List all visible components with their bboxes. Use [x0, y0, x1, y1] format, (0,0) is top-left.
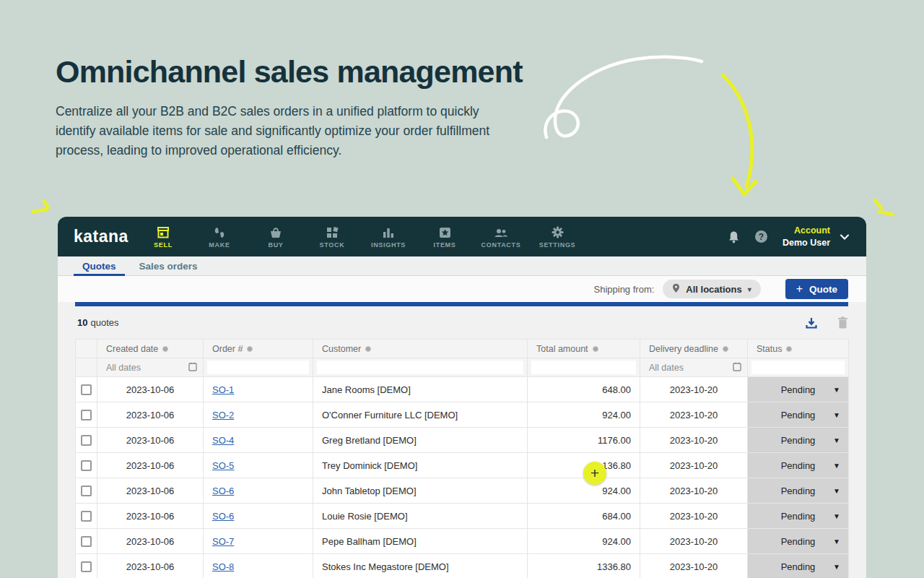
table-filter-row: All dates All dates: [76, 358, 849, 377]
col-delivery-deadline[interactable]: Delivery deadline: [640, 340, 748, 358]
storefront-icon: [157, 226, 170, 238]
squiggle-doodle: [545, 57, 702, 137]
status-dropdown[interactable]: Pending ▼: [748, 377, 848, 402]
quote-count-label: quotes: [90, 317, 118, 328]
total-amount-cell: 924.00: [528, 478, 640, 504]
order-number-link[interactable]: SO-4: [212, 435, 234, 446]
total-amount-cell: 1336.80: [528, 554, 640, 578]
notifications-bell-icon[interactable]: [728, 230, 740, 243]
status-filter-input[interactable]: [751, 361, 845, 374]
created-date-filter[interactable]: All dates: [97, 362, 203, 374]
col-total-amount[interactable]: Total amount: [528, 340, 640, 358]
table-row: 2023-10-06 SO-5 Trey Dominick [DEMO] 136…: [76, 453, 849, 478]
bar-chart-icon: [383, 226, 394, 238]
row-checkbox[interactable]: [81, 384, 92, 395]
trash-icon[interactable]: [837, 316, 848, 329]
col-customer[interactable]: Customer: [313, 340, 528, 358]
info-icon: [786, 346, 792, 352]
toolbar: Shipping from: All locations ▾ + Quote: [58, 276, 866, 302]
order-number-link[interactable]: SO-7: [212, 536, 234, 547]
account-menu[interactable]: Account Demo User: [783, 225, 830, 249]
caret-down-icon: ▼: [833, 436, 840, 444]
plus-icon: +: [796, 282, 803, 296]
created-date-cell: 2023-10-06: [97, 504, 204, 529]
table-row: 2023-10-06 SO-6 Louie Rosie [DEMO] 684.0…: [76, 504, 849, 529]
row-checkbox[interactable]: [81, 511, 92, 522]
caret-down-icon: ▼: [833, 462, 840, 470]
customer-cell: Jane Rooms [DEMO]: [313, 377, 528, 402]
col-status[interactable]: Status: [748, 340, 849, 358]
caret-down-icon: ▼: [833, 386, 840, 394]
customer-filter-input[interactable]: [317, 361, 523, 374]
customer-cell: Greg Bretland [DEMO]: [313, 428, 528, 453]
navbar-right: ? Account Demo User: [728, 225, 849, 249]
katana-logo: katana: [74, 227, 135, 246]
quotes-table: Created date Order # Customer Total amou…: [75, 339, 849, 578]
items-star-icon: [439, 226, 451, 238]
stock-icon: [326, 226, 339, 238]
tab-sales-orders[interactable]: Sales orders: [131, 256, 206, 275]
shipping-from-label: Shipping from:: [594, 284, 655, 295]
tab-quotes[interactable]: Quotes: [74, 256, 125, 275]
create-new-fab[interactable]: +: [583, 462, 606, 485]
nav-item-insights[interactable]: INSIGHTS: [360, 225, 417, 249]
order-number-link[interactable]: SO-6: [212, 486, 234, 496]
created-date-cell: 2023-10-06: [97, 554, 204, 578]
table-row: 2023-10-06 SO-7 Pepe Ballham [DEMO] 924.…: [76, 529, 849, 554]
order-number-link[interactable]: SO-6: [212, 511, 234, 522]
col-created-date[interactable]: Created date: [97, 340, 204, 358]
status-dropdown[interactable]: Pending ▼: [748, 453, 848, 478]
created-date-cell: 2023-10-06: [97, 529, 204, 554]
nav-item-items[interactable]: ITEMS: [417, 225, 473, 249]
table-row: 2023-10-06 SO-8 Stokes Inc Megastore [DE…: [76, 554, 849, 578]
chevron-down-icon[interactable]: [840, 231, 849, 242]
total-filter-input[interactable]: [531, 361, 636, 374]
col-order-number[interactable]: Order #: [204, 340, 313, 358]
info-icon: [365, 346, 371, 352]
row-checkbox[interactable]: [81, 410, 92, 420]
order-number-link[interactable]: SO-8: [212, 561, 234, 572]
status-dropdown[interactable]: Pending ▼: [748, 554, 848, 578]
status-dropdown[interactable]: Pending ▼: [748, 478, 848, 503]
nav-item-buy[interactable]: BUY: [248, 225, 304, 249]
order-number-link[interactable]: SO-5: [212, 460, 234, 471]
row-checkbox[interactable]: [81, 561, 92, 572]
order-number-link[interactable]: SO-1: [212, 384, 234, 395]
help-icon[interactable]: ?: [754, 230, 768, 243]
order-number-link[interactable]: SO-2: [212, 410, 234, 420]
nav-item-sell[interactable]: SELL: [135, 225, 191, 249]
row-checkbox[interactable]: [81, 435, 92, 446]
customer-cell: Trey Dominick [DEMO]: [313, 453, 528, 478]
nav-item-stock[interactable]: STOCK: [304, 225, 360, 249]
arrow-head: [733, 178, 756, 194]
status-dropdown[interactable]: Pending ▼: [748, 529, 848, 553]
new-quote-button[interactable]: + Quote: [785, 279, 848, 299]
contacts-icon: [494, 226, 508, 238]
location-selector[interactable]: All locations ▾: [663, 280, 760, 298]
nav-item-make[interactable]: MAKE: [191, 225, 248, 249]
total-amount-cell: 1176.00: [528, 428, 640, 453]
download-icon[interactable]: [805, 316, 818, 329]
table-row: 2023-10-06 SO-1 Jane Rooms [DEMO] 648.00…: [76, 377, 849, 402]
summary-row: 10 quotes: [58, 306, 866, 339]
caret-down-icon: ▾: [748, 285, 751, 293]
customer-cell: Stokes Inc Megastore [DEMO]: [313, 554, 528, 578]
order-filter-input[interactable]: [207, 361, 309, 374]
page-description: Centralize all your B2B and B2C sales or…: [56, 102, 521, 160]
sparkle-right: [875, 200, 893, 215]
customer-cell: Louie Rosie [DEMO]: [313, 504, 528, 529]
status-dropdown[interactable]: Pending ▼: [748, 402, 848, 427]
row-checkbox[interactable]: [81, 536, 92, 547]
created-date-cell: 2023-10-06: [97, 402, 204, 428]
quotes-table-wrap: Created date Order # Customer Total amou…: [75, 339, 848, 578]
nav-item-settings[interactable]: SETTINGS: [529, 225, 585, 249]
status-dropdown[interactable]: Pending ▼: [748, 504, 848, 528]
status-dropdown[interactable]: Pending ▼: [748, 428, 848, 452]
nav-item-contacts[interactable]: CONTACTS: [473, 225, 529, 249]
tab-bar: Quotes Sales orders: [58, 256, 866, 276]
table-header-row: Created date Order # Customer Total amou…: [76, 340, 849, 358]
deadline-date-filter[interactable]: All dates: [640, 362, 747, 374]
row-checkbox[interactable]: [81, 486, 92, 496]
row-checkbox[interactable]: [81, 460, 92, 471]
page-title: Omnichannel sales management: [56, 55, 561, 89]
